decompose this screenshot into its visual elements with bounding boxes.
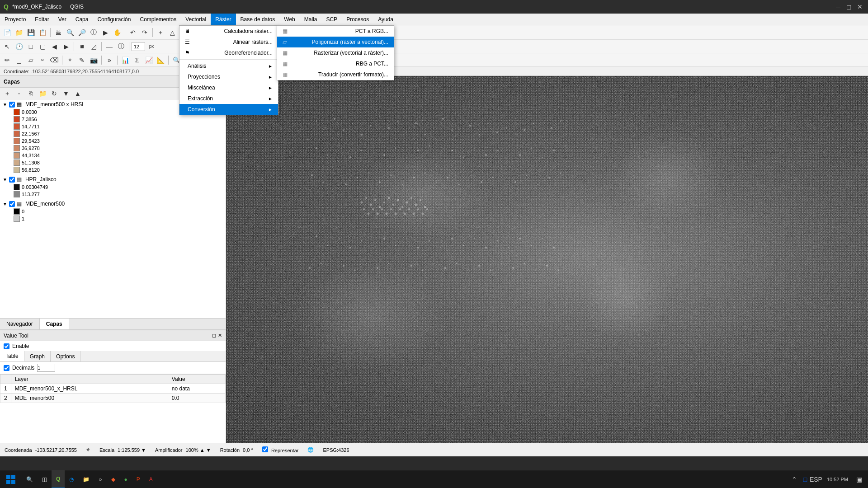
close-btn[interactable]: ✕ — [855, 2, 864, 11]
map-area[interactable] — [226, 76, 868, 443]
search-taskbar-btn[interactable]: 🔍 — [22, 470, 38, 488]
layer-mde-checkbox[interactable] — [9, 201, 15, 207]
menu-proyecto[interactable]: Proyecto — [0, 14, 30, 25]
tab-capas[interactable]: Capas — [40, 319, 69, 329]
dd-georref[interactable]: ⚑ Georreferenciador... — [179, 47, 278, 58]
layer-mde-header[interactable]: ▼ ▦ MDE_menor500 — [0, 200, 226, 208]
maps-taskbar-btn[interactable]: ● — [120, 470, 132, 488]
deselect-btn[interactable]: ◿ — [88, 41, 99, 52]
cursor-btn[interactable]: ↖ — [2, 41, 13, 52]
amp-down[interactable]: ▼ — [206, 447, 211, 453]
dd-proyecciones[interactable]: Proyecciones ► — [179, 71, 278, 82]
maximize-btn[interactable]: ◻ — [844, 2, 854, 11]
zoom-in-btn[interactable]: 🔍 — [65, 27, 75, 38]
chrome-taskbar-btn[interactable]: ○ — [94, 470, 106, 488]
dd-conversion[interactable]: Conversión ► — [179, 104, 278, 115]
acrobat-taskbar-btn[interactable]: A — [145, 470, 157, 488]
dd-miscelanea[interactable]: Miscelánea ► — [179, 82, 278, 93]
dd-poligonizar[interactable]: ▱ Poligonizar (ráster a vectorial)... — [277, 37, 394, 47]
menu-configuracion[interactable]: Configuración — [93, 14, 135, 25]
minimize-btn[interactable]: ─ — [834, 2, 843, 11]
files-taskbar-btn[interactable]: 📁 — [78, 470, 94, 488]
dd-alinear[interactable]: ☰ Alinear rásters... — [179, 37, 278, 47]
vertex-btn[interactable]: ⚬ — [37, 55, 48, 66]
menu-complementos[interactable]: Complementos — [135, 14, 181, 25]
next-extent-btn[interactable]: ▶ — [61, 41, 71, 52]
notification-icon[interactable]: ▣ — [854, 475, 863, 484]
font-unit-btn[interactable]: px — [146, 41, 157, 52]
delete-btn[interactable]: ⌫ — [49, 55, 60, 66]
menu-basedatos[interactable]: Base de datos — [236, 14, 280, 25]
menu-editar[interactable]: Editar — [30, 14, 53, 25]
line-btn[interactable]: ⎯ — [14, 55, 24, 66]
pan-btn[interactable]: ✋ — [112, 27, 123, 38]
photo-btn[interactable]: 📷 — [88, 55, 99, 66]
powerpoint-taskbar-btn[interactable]: P — [132, 470, 145, 488]
new-project-btn[interactable]: 📄 — [2, 27, 13, 38]
qgis-taskbar-btn[interactable]: Q — [52, 470, 65, 488]
vt-tab-table[interactable]: Table — [0, 351, 24, 361]
value-tool-close[interactable]: ✕ — [218, 333, 222, 338]
undo-btn[interactable]: ↶ — [127, 27, 138, 38]
open-layer-btn[interactable]: 📁 — [37, 88, 48, 99]
layer-mde-hrsl-expand[interactable]: ▼ — [3, 102, 7, 107]
measure-btn[interactable]: ― — [104, 41, 115, 52]
brave-taskbar-btn[interactable]: ◆ — [107, 470, 120, 488]
redo-btn[interactable]: ↷ — [139, 27, 150, 38]
title-controls[interactable]: ─ ◻ ✕ — [834, 2, 864, 11]
chart-btn[interactable]: 📈 — [143, 55, 154, 66]
dd-rasterizar[interactable]: ▦ Rasterizar (vectorial a ráster)... — [277, 47, 394, 58]
refresh-layer-btn[interactable]: ↻ — [49, 88, 60, 99]
select2-btn[interactable]: ◾ — [76, 41, 87, 52]
open-btn[interactable]: 📁 — [14, 27, 24, 38]
render-checkbox[interactable] — [262, 446, 268, 452]
expand-all-btn[interactable]: ▼ — [61, 88, 71, 99]
prev-extent-btn[interactable]: ◀ — [49, 41, 60, 52]
tab-navegador[interactable]: Navegador — [0, 319, 40, 329]
value-tool-enable-checkbox[interactable] — [4, 343, 9, 349]
table2-btn[interactable]: 📊 — [120, 55, 131, 66]
chevron-up-icon[interactable]: ⌃ — [790, 475, 799, 484]
digitize-btn[interactable]: ✏ — [2, 55, 13, 66]
font-size-input[interactable] — [132, 42, 145, 51]
vt-tab-graph[interactable]: Graph — [24, 351, 51, 361]
save-btn[interactable]: 💾 — [25, 27, 36, 38]
amp-up[interactable]: ▲ — [200, 447, 205, 453]
zoomlayer-btn[interactable]: ▢ — [37, 41, 48, 52]
add-layer-btn[interactable]: + — [2, 88, 13, 99]
taskview-btn[interactable]: ◫ — [38, 470, 52, 488]
layer-hpr-header[interactable]: ▼ ▦ HPR_Jalisco — [0, 175, 226, 183]
value-tool-undock[interactable]: ◻ — [212, 333, 216, 338]
dropbox-icon[interactable]: □ — [801, 475, 810, 484]
more-btn[interactable]: » — [104, 55, 115, 66]
identify-btn[interactable]: ⓘ — [88, 27, 99, 38]
dd-analisis[interactable]: Análisis ► — [179, 61, 278, 71]
dd-calculadora[interactable]: 🖩 Calculadora ráster... — [179, 26, 278, 37]
lang-icon[interactable]: ESP — [811, 475, 821, 484]
menu-procesos[interactable]: Procesos — [342, 14, 373, 25]
layer-mde-expand[interactable]: ▼ — [3, 202, 7, 206]
layer-hpr-expand[interactable]: ▼ — [3, 177, 7, 182]
decimals-checkbox[interactable] — [4, 365, 9, 371]
print-btn[interactable]: 🖶 — [53, 27, 64, 38]
zoom-out-btn[interactable]: 🔎 — [76, 27, 87, 38]
dd-traducir[interactable]: ▦ Traducir (convertir formato)... — [277, 69, 394, 80]
scale-dropdown[interactable]: ▼ — [141, 447, 146, 453]
decimals-input[interactable] — [37, 364, 55, 372]
zoom-full-btn[interactable]: □ — [25, 41, 36, 52]
add-vector-btn[interactable]: △ — [167, 27, 178, 38]
menu-capa[interactable]: Capa — [71, 14, 93, 25]
snap-btn[interactable]: ⌖ — [65, 55, 75, 66]
menu-raster[interactable]: Ráster — [211, 14, 236, 25]
menu-web[interactable]: Web — [279, 14, 299, 25]
add-raster-btn[interactable]: + — [155, 27, 166, 38]
select-btn[interactable]: ▶ — [100, 27, 111, 38]
dd-extraccion[interactable]: Extracción ► — [179, 93, 278, 104]
annotate-btn[interactable]: ✎ — [76, 55, 87, 66]
dd-pct-rgb[interactable]: ▦ PCT a RGB... — [277, 26, 394, 37]
vt-tab-options[interactable]: Options — [51, 351, 80, 361]
menu-scp[interactable]: SCP — [321, 14, 342, 25]
menu-ver[interactable]: Ver — [54, 14, 71, 25]
polygon-btn[interactable]: ▱ — [25, 55, 36, 66]
info-btn[interactable]: ⓘ — [116, 41, 127, 52]
